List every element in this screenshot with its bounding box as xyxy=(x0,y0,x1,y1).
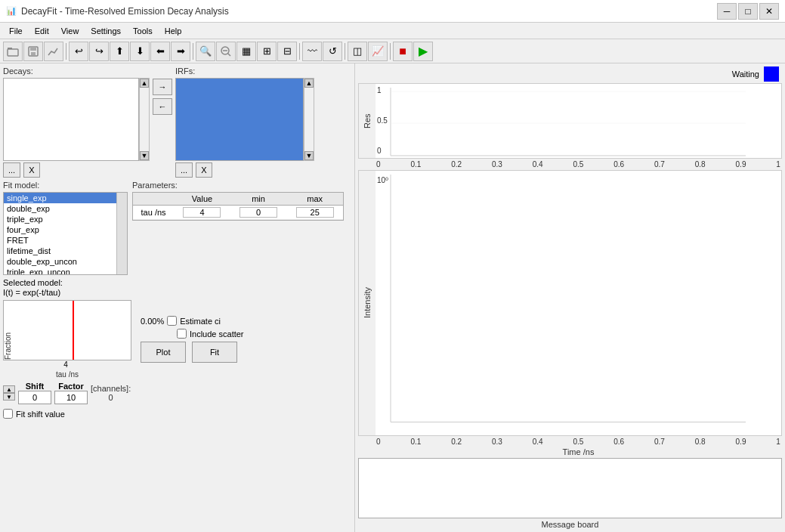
toolbar-save[interactable] xyxy=(23,42,43,61)
fit-model-scroll[interactable] xyxy=(116,193,127,274)
title-bar-controls[interactable]: ─ □ ✕ xyxy=(717,3,779,20)
int-x-08: 0.8 xyxy=(695,438,706,446)
fit-model-item[interactable]: triple_exp xyxy=(4,214,116,224)
params-cell: tau /ns xyxy=(133,206,174,220)
res-x-1: 1 xyxy=(776,160,780,169)
message-board[interactable] xyxy=(358,458,782,518)
toolbar-trend[interactable]: 📈 xyxy=(368,42,388,61)
decays-scroll-up[interactable]: ▲ xyxy=(140,79,149,88)
res-y-label: Res xyxy=(359,84,376,158)
fit-model-item[interactable]: double_exp_uncon xyxy=(4,256,116,267)
toolbar-stop[interactable]: ■ xyxy=(393,42,413,61)
toolbar-open[interactable] xyxy=(3,42,23,61)
toolbar-grid2[interactable]: ⊞ xyxy=(257,42,277,61)
menu-view[interactable]: View xyxy=(55,25,85,37)
irfs-ellipsis-btn[interactable]: ... xyxy=(175,162,193,178)
menu-edit[interactable]: Edit xyxy=(29,25,55,37)
factor-header-label: Factor xyxy=(54,382,88,391)
include-scatter-checkbox[interactable] xyxy=(177,329,187,339)
toolbar-up[interactable]: ⬆ xyxy=(110,42,129,61)
toolbar-down[interactable]: ⬇ xyxy=(130,42,150,61)
fit-model-items[interactable]: single_expdouble_exptriple_expfour_expFR… xyxy=(4,193,116,274)
menu-settings[interactable]: Settings xyxy=(85,25,127,37)
fit-shift-checkbox[interactable] xyxy=(3,409,13,419)
scatter-row: Include scatter xyxy=(141,329,244,339)
menu-tools[interactable]: Tools xyxy=(127,25,159,37)
toolbar-undo[interactable]: ↩ xyxy=(69,42,88,61)
toolbar-data[interactable]: ◫ xyxy=(348,42,367,61)
maximize-button[interactable]: □ xyxy=(738,3,758,20)
decays-x-btn[interactable]: X xyxy=(23,162,39,178)
params-input[interactable] xyxy=(296,207,334,218)
fit-model-item[interactable]: four_exp xyxy=(4,224,116,235)
file-lists: Decays: ▲ ▼ ... X → ← xyxy=(3,66,351,178)
left-panel: Decays: ▲ ▼ ... X → ← xyxy=(0,63,355,532)
shift-up-arrow[interactable]: ▲ xyxy=(3,385,15,393)
irfs-list[interactable] xyxy=(175,78,304,161)
selected-model-area: Selected model: I(t) = exp(-t/tau) xyxy=(3,278,351,297)
irfs-scroll-up[interactable]: ▲ xyxy=(304,79,314,88)
channels-label: [channels]: xyxy=(91,384,131,393)
svg-text:0.5: 0.5 xyxy=(377,116,388,125)
decays-scrollbar[interactable]: ▲ ▼ xyxy=(139,78,150,161)
decays-scroll-down[interactable]: ▼ xyxy=(140,151,149,160)
transfer-fwd-btn[interactable]: → xyxy=(153,79,172,95)
fit-model-item[interactable]: double_exp xyxy=(4,203,116,214)
estimate-ci-checkbox[interactable] xyxy=(167,316,177,326)
irfs-section: IRFs: ▲ ▼ ... X xyxy=(175,66,314,178)
fraction-plot: Fraction 4 tau /ns xyxy=(3,300,131,379)
res-x-08: 0.8 xyxy=(695,160,706,169)
top-status: Waiting xyxy=(358,66,782,82)
fit-model-item[interactable]: single_exp xyxy=(4,193,116,203)
res-x-06: 0.6 xyxy=(613,160,624,169)
minimize-button[interactable]: ─ xyxy=(717,3,737,20)
toolbar-run[interactable]: ▶ xyxy=(413,42,433,61)
decays-ellipsis-btn[interactable]: ... xyxy=(3,162,20,178)
plot-button[interactable]: Plot xyxy=(141,342,186,363)
transfer-buttons: → ← xyxy=(153,66,172,115)
toolbar-refresh[interactable]: ↺ xyxy=(323,42,342,61)
toolbar-zoom-in[interactable]: 🔍 xyxy=(196,42,215,61)
fit-model-item[interactable]: triple_exp_uncon xyxy=(4,267,116,274)
int-x-07: 0.7 xyxy=(654,438,665,446)
irfs-scrollbar[interactable]: ▲ ▼ xyxy=(304,78,314,161)
toolbar-zoom-out[interactable] xyxy=(216,42,236,61)
params-input[interactable] xyxy=(240,207,277,218)
int-x-02: 0.2 xyxy=(451,438,462,446)
decays-list[interactable] xyxy=(3,78,139,161)
int-x-04: 0.4 xyxy=(533,438,543,446)
params-input[interactable] xyxy=(183,207,221,218)
irfs-scroll-track xyxy=(304,88,314,151)
fit-model-item[interactable]: FRET xyxy=(4,235,116,246)
status-label: Waiting xyxy=(732,70,759,79)
params-cell[interactable] xyxy=(230,206,287,220)
params-cell[interactable] xyxy=(286,206,343,220)
fit-model-item[interactable]: lifetime_dist xyxy=(4,246,116,256)
toolbar-wave[interactable]: 〰 xyxy=(302,42,322,61)
irfs-scroll-down[interactable]: ▼ xyxy=(304,151,314,160)
toolbar-grid3[interactable]: ⊟ xyxy=(277,42,297,61)
toolbar-right[interactable]: ➡ xyxy=(171,42,190,61)
toolbar-left[interactable]: ⬅ xyxy=(150,42,170,61)
shift-input[interactable] xyxy=(18,391,51,404)
toolbar-sep1 xyxy=(66,43,66,60)
menu-file[interactable]: File xyxy=(3,25,29,37)
time-x-label: Time /ns xyxy=(375,447,782,456)
params-label: Parameters: xyxy=(132,181,344,190)
decays-section: Decays: ▲ ▼ ... X xyxy=(3,66,150,178)
res-x-02: 0.2 xyxy=(451,160,462,169)
irfs-x-btn[interactable]: X xyxy=(196,162,212,178)
toolbar-chart[interactable] xyxy=(44,42,63,61)
action-buttons: Plot Fit xyxy=(141,342,244,363)
factor-input[interactable] xyxy=(54,391,88,404)
transfer-bwd-btn[interactable]: ← xyxy=(153,98,172,115)
toolbar-sep4 xyxy=(345,43,345,60)
params-cell[interactable] xyxy=(174,206,230,220)
fit-button[interactable]: Fit xyxy=(192,342,237,363)
menu-help[interactable]: Help xyxy=(159,25,188,37)
close-button[interactable]: ✕ xyxy=(759,3,779,20)
toolbar-redo[interactable]: ↪ xyxy=(89,42,109,61)
shift-down-arrow[interactable]: ▼ xyxy=(3,393,15,401)
toolbar-grid1[interactable]: ▦ xyxy=(236,42,256,61)
svg-text:0: 0 xyxy=(377,147,382,155)
